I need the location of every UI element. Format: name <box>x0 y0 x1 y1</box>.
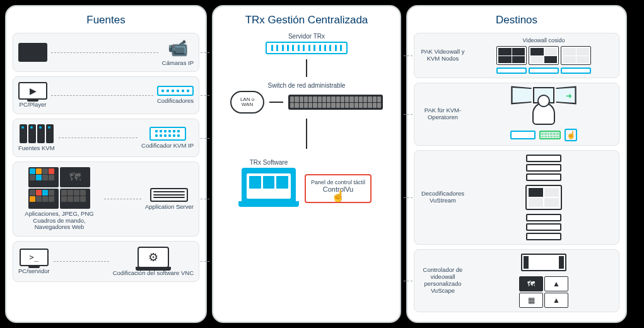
server-icon <box>150 188 188 202</box>
monitor-icon: ▶ <box>18 82 47 100</box>
trx-server-icon <box>266 42 348 54</box>
decoder-icon <box>526 233 561 240</box>
controlvu-block: Panel de control táctil ControlVu ☝ <box>305 174 372 203</box>
vnc-label: Codificación del software VNC <box>113 270 194 276</box>
vline <box>306 59 307 77</box>
decoder-icon <box>526 173 561 181</box>
decoder-icon <box>526 164 561 172</box>
camera-icon: 📹 <box>168 38 188 58</box>
center-title: TRx Gestión Centralizada <box>245 14 368 26</box>
pc-server-block: >_ PC/servidor <box>18 249 50 274</box>
dash <box>51 95 153 96</box>
vuscape-controller-icon <box>521 254 566 271</box>
encoders-label: Codificadores <box>157 98 194 104</box>
switch-label: Switch de red administrable <box>268 82 346 89</box>
vline <box>306 119 307 149</box>
edge-dash <box>201 95 209 96</box>
hand-icon: ☝ <box>331 189 345 203</box>
dash <box>59 138 138 138</box>
switch-block: Switch de red administrable LAN o WAN <box>220 82 394 114</box>
dest-title: Destinos <box>414 14 619 26</box>
src-row-vnc: >_ PC/servidor ⚙ Codificación del softwa… <box>13 241 199 282</box>
line <box>269 102 283 103</box>
sources-panel: Fuentes 📹 Cámaras IP ▶ PC/Player Codific… <box>5 5 207 323</box>
src-row-kvm: Fuentes KVM Codificador KVM IP <box>13 119 199 157</box>
dst-row-vustream: Decodificadores VuStream <box>414 150 619 245</box>
pak-unit-icon <box>510 131 536 139</box>
pc-player-label: PC/Player <box>20 102 47 108</box>
videowall-vis: Videowall cosido <box>472 37 615 74</box>
apps-label: Aplicaciones, JPEG, PNG Cuadros de mando… <box>18 211 100 230</box>
edge-dash <box>201 261 209 262</box>
operator-vis: ➜ ☝ <box>472 87 615 141</box>
vnc-block: ⚙ Codificación del software VNC <box>113 247 194 276</box>
src-row-apps: Aplicaciones, JPEG, PNG Cuadros de mando… <box>13 161 199 236</box>
src-row-pcplayer: ▶ PC/Player Codificadores <box>13 76 199 114</box>
pak-node-icon <box>496 67 527 74</box>
edge-dash <box>201 199 209 199</box>
dash <box>54 261 109 262</box>
videowall-tile-icon <box>496 46 527 65</box>
videowall-sublabel: Videowall cosido <box>523 37 565 44</box>
dash <box>104 199 141 199</box>
dst-row-vuscape: Controlador de videowall personalizado V… <box>414 249 619 312</box>
encoder-icon <box>157 86 194 96</box>
tower-stack-icon <box>20 124 54 143</box>
app-thumbs-icon <box>28 167 90 187</box>
edge-dash <box>404 281 413 281</box>
videowall-tile-icon <box>529 46 559 65</box>
kvm-encoder-icon <box>149 127 186 141</box>
trx-software-label: TRx Software <box>250 159 288 166</box>
pc-server-label: PC/servidor <box>18 268 50 274</box>
ip-camera-block: 📹 Cámaras IP <box>162 38 194 66</box>
videowall-tile-icon <box>561 46 591 65</box>
vustream-monitor-icon <box>525 185 562 210</box>
kvm-encoder-label: Codificador KVM IP <box>141 143 194 149</box>
controlvu-line1: Panel de control táctil <box>311 179 365 185</box>
sources-title: Fuentes <box>13 14 199 26</box>
dst-row-videowall: PAK Videowall y KVM Nodos Videowall cosi… <box>414 33 619 78</box>
dst-operator-label: PAK für KVM-Operatoren <box>418 107 467 121</box>
trx-laptop-icon <box>242 168 296 203</box>
pak-node-icon <box>561 67 591 74</box>
decoder-icon <box>526 155 561 162</box>
person-icon <box>532 102 555 125</box>
kvm-encoder-block: Codificador KVM IP <box>141 127 194 149</box>
pc-player-block: ▶ PC/Player <box>18 82 47 108</box>
dst-vuscape-label: Controlador de videowall personalizado V… <box>418 267 467 295</box>
ip-camera-label: Cámaras IP <box>162 60 194 66</box>
cloud-icon: LAN o WAN <box>230 91 264 114</box>
touch-icon: ☝ <box>565 129 577 141</box>
dst-row-operator: PAK für KVM-Operatoren ➜ ☝ <box>414 83 619 146</box>
trx-software-block: TRx Software <box>242 159 296 203</box>
dest-panel: Destinos PAK Videowall y KVM Nodos Video… <box>406 5 627 323</box>
center-panel: TRx Gestión Centralizada Servidor TRx Sw… <box>212 5 401 323</box>
apps-block: Aplicaciones, JPEG, PNG Cuadros de mando… <box>18 167 100 230</box>
vustream-vis <box>472 155 615 240</box>
terminal-icon: >_ <box>20 249 49 266</box>
edge-dash <box>404 114 413 115</box>
traffic-thumb <box>18 43 47 62</box>
laptop-gear-icon: ⚙ <box>138 247 169 268</box>
dst-videowall-label: PAK Videowall y KVM Nodos <box>418 49 467 62</box>
network-switch-icon <box>288 95 383 110</box>
pak-node-icon <box>529 67 559 74</box>
edge-dash <box>201 138 209 139</box>
edge-dash <box>404 56 413 56</box>
edge-dash <box>201 52 209 53</box>
controlvu-icon: Panel de control táctil ControlVu ☝ <box>305 174 372 203</box>
keyboard-icon <box>539 131 561 139</box>
vuscape-vis: 🗺▲▦▲ <box>472 254 615 308</box>
src-row-cameras: 📹 Cámaras IP <box>13 33 199 72</box>
vuscape-wall-icon: 🗺▲▦▲ <box>519 276 568 308</box>
decoder-icon <box>526 223 561 231</box>
decoder-icon <box>526 214 561 221</box>
appserver-label: Application Server <box>145 204 194 210</box>
dash <box>51 52 158 53</box>
trx-server-label: Servidor TRx <box>288 33 325 40</box>
edge-dash <box>404 197 413 198</box>
dst-vustream-label: Decodificadores VuStream <box>418 190 467 204</box>
kvm-sources-block: Fuentes KVM <box>18 124 55 151</box>
kvm-sources-label: Fuentes KVM <box>18 145 55 151</box>
center-bottom: TRx Software Panel de control táctil Con… <box>242 159 372 203</box>
